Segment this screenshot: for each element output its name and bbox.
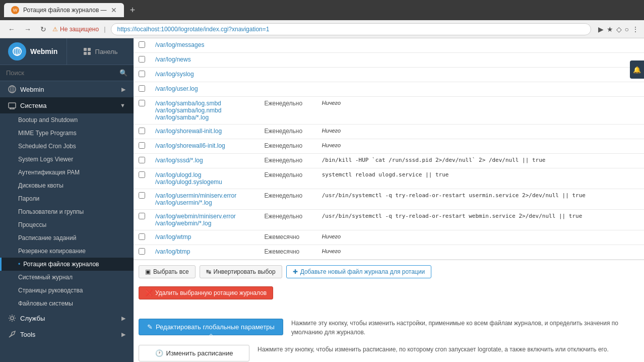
log-frequency: Еженедельно	[260, 210, 317, 230]
log-path-link[interactable]: /var/log/usermin/miniserv.error	[155, 192, 236, 199]
log-path-link[interactable]: /var/log/messages	[155, 41, 204, 48]
sidebar-item-logrotate[interactable]: Ротация файлов журналов	[0, 258, 134, 271]
sidebar-item-mime[interactable]: MIME Type Programs	[0, 127, 134, 140]
cast-button[interactable]: ▶	[598, 25, 604, 33]
sidebar-item-syslog[interactable]: Системный журнал	[0, 271, 134, 284]
sidebar-item-userdocs[interactable]: Страницы руководства	[0, 284, 134, 297]
system-nav-header[interactable]: Система ▼	[0, 97, 134, 113]
table-row: /var/log/syslog	[134, 68, 644, 82]
schedule-icon: 🕐	[155, 349, 163, 357]
notification-bell[interactable]: 🔔	[630, 61, 644, 79]
log-path-link[interactable]: /var/log/sssd/*.log	[155, 157, 203, 164]
log-path-link[interactable]: /var/log/shorewall6-init.log	[155, 142, 225, 149]
webmin-nav-label: Webmin	[20, 86, 44, 93]
new-tab-button[interactable]: +	[128, 3, 138, 18]
delete-selected-button[interactable]: ❌ Удалить выбранную ротацию журналов	[139, 286, 273, 299]
sidebar-item-scheduler[interactable]: Расписание заданий	[0, 231, 134, 245]
row-checkbox-7[interactable]	[139, 157, 145, 163]
log-path-link[interactable]: /var/log/syslog	[155, 71, 194, 78]
change-schedule-button[interactable]: 🕐 Изменить расписание	[139, 345, 249, 361]
panel-section[interactable]: Панель	[67, 38, 134, 65]
tab-label: Ротация файлов журналов —	[23, 7, 107, 14]
sidebar-item-backup[interactable]: Резервное копирование	[0, 245, 134, 258]
search-input[interactable]	[6, 69, 119, 77]
log-path-link[interactable]: /var/log/samba/log.smbd	[155, 100, 221, 107]
log-command	[317, 38, 644, 53]
sidebar-item-bootup[interactable]: Bootup and Shutdown	[0, 113, 134, 127]
select-all-label: Выбрать все	[153, 268, 189, 275]
browser-toolbar: ← → ↻ ⚠ Не защищено | https://localhost:…	[0, 20, 644, 38]
change-schedule-desc: Нажмите эту кнопку, чтобы изменить распи…	[257, 345, 639, 354]
invert-selection-button[interactable]: ↹ Инвертировать выбор	[200, 265, 282, 278]
log-path-link[interactable]: /var/log/shorewall-init.log	[155, 128, 222, 135]
tools-nav-label: Tools	[20, 331, 35, 338]
sidebar-item-processes[interactable]: Процессы	[0, 218, 134, 231]
webmin-nav-header[interactable]: Webmin ▶	[0, 81, 134, 97]
svg-rect-5	[84, 52, 87, 55]
sidebar-item-passwords[interactable]: Пароли	[0, 192, 134, 205]
menu-button[interactable]: ⋮	[632, 25, 639, 33]
address-bar[interactable]: https://localhost:10000/logrotate/index.…	[111, 23, 591, 35]
row-checkbox-5[interactable]	[139, 128, 145, 134]
log-path-link[interactable]: /var/log/samba/*.log	[155, 114, 209, 121]
row-checkbox-3[interactable]	[139, 85, 145, 92]
sidebar-top: Webmin Панель	[0, 38, 134, 65]
security-warning: ⚠ Не защищено	[52, 26, 99, 33]
reload-button[interactable]: ↻	[37, 23, 49, 35]
row-checkbox-10[interactable]	[139, 213, 145, 219]
row-checkbox-2[interactable]	[139, 71, 145, 77]
edit-global-button[interactable]: ✎ Редактировать глобальные параметры ⇧	[139, 319, 283, 335]
table-row: /var/log/sssd/*.logЕженедельно/bin/kill …	[134, 154, 644, 168]
sidebar-item-users[interactable]: Пользователи и группы	[0, 205, 134, 218]
log-path-link[interactable]: /var/log/ulogd.log	[155, 171, 201, 178]
services-nav-header[interactable]: Службы ▶	[0, 310, 134, 326]
sidebar-item-diskquota[interactable]: Дисковые квоты	[0, 179, 134, 192]
bookmark-button[interactable]: ★	[607, 25, 613, 33]
row-checkbox-8[interactable]	[139, 171, 145, 178]
log-table: /var/log/messages/var/log/news/var/log/s…	[134, 38, 644, 260]
cursor-indicator: ⇧	[187, 332, 234, 342]
sidebar-item-filesystems[interactable]: Файловые системы	[0, 297, 134, 310]
bottom-actions: ✎ Редактировать глобальные параметры ⇧ Н…	[134, 311, 644, 362]
log-frequency: Еженедельно	[260, 125, 317, 139]
table-row: /var/log/news	[134, 53, 644, 68]
log-frequency: Ежемесячно	[260, 245, 317, 260]
log-path-link[interactable]: /var/log/ulogd.syslogemu	[155, 178, 222, 186]
search-bar: 🔍	[0, 65, 134, 81]
sidebar-item-pam[interactable]: Аутентификация PAM	[0, 166, 134, 179]
add-icon: ✚	[293, 268, 298, 275]
log-path-link[interactable]: /var/log/user.log	[155, 85, 198, 92]
log-path-link[interactable]: /var/log/webmin/*.log	[155, 220, 211, 227]
tools-nav-header[interactable]: Tools ▶	[0, 326, 134, 342]
row-checkbox-0[interactable]	[139, 41, 145, 48]
row-checkbox-9[interactable]	[139, 192, 145, 199]
add-new-button[interactable]: ✚ Добавьте новый файл журнала для ротаци…	[286, 265, 431, 278]
sidebar-item-syslogs[interactable]: System Logs Viewer	[0, 153, 134, 166]
search-icon[interactable]: 🔍	[119, 69, 127, 77]
log-path-link[interactable]: /var/log/wtmp	[155, 233, 191, 240]
row-checkbox-11[interactable]	[139, 233, 145, 240]
extensions-button[interactable]: ◇	[616, 25, 622, 33]
select-all-button[interactable]: ▣ Выбрать все	[139, 265, 196, 278]
panel-icon	[83, 47, 91, 55]
url-text: https://localhost:10000/logrotate/index.…	[117, 26, 270, 33]
forward-button[interactable]: →	[21, 23, 34, 35]
browser-tab[interactable]: W Ротация файлов журналов — ✕	[4, 3, 124, 17]
select-all-icon: ▣	[145, 268, 151, 275]
log-path-link[interactable]: /var/log/usermin/*.log	[155, 199, 212, 206]
row-checkbox-1[interactable]	[139, 56, 145, 63]
log-path-link[interactable]: /var/log/webmin/miniserv.error	[155, 213, 236, 220]
back-button[interactable]: ←	[5, 23, 18, 35]
webmin-section-header[interactable]: Webmin	[0, 38, 67, 65]
row-checkbox-4[interactable]	[139, 100, 145, 106]
log-path-link[interactable]: /var/log/samba/log.nmbd	[155, 107, 221, 114]
services-nav-section: Службы ▶	[0, 310, 134, 326]
log-path-link[interactable]: /var/log/news	[155, 56, 191, 63]
profile-button[interactable]: ○	[625, 25, 629, 33]
log-command: /bin/kill -HUP `cat /run/sssd.pid 2>/dev…	[317, 154, 644, 168]
sidebar-item-cron[interactable]: Scheduled Cron Jobs	[0, 140, 134, 153]
row-checkbox-12[interactable]	[139, 248, 145, 255]
log-path-link[interactable]: /var/log/btmp	[155, 248, 190, 255]
tab-close-button[interactable]: ✕	[111, 6, 117, 14]
row-checkbox-6[interactable]	[139, 142, 145, 149]
